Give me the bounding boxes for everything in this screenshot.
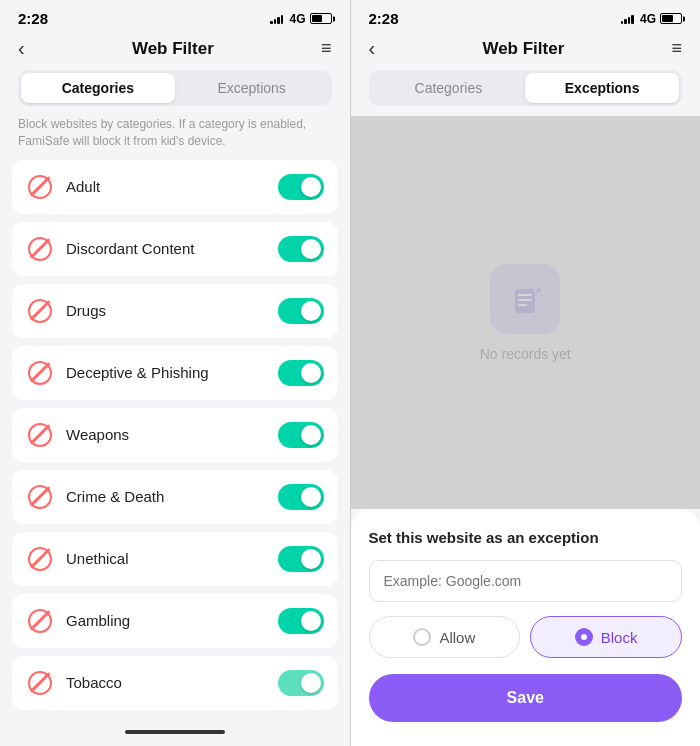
right-back-button[interactable]: ‹ [369,37,376,60]
home-indicator [0,724,350,746]
signal-icon [270,14,283,24]
left-menu-button[interactable]: ≡ [321,38,332,59]
category-label-tobacco: Tobacco [66,674,278,691]
battery-icon [310,13,332,24]
no-icon [26,545,54,573]
list-item[interactable]: Crime & Death [12,470,338,524]
allow-option[interactable]: Allow [369,616,521,658]
allow-label: Allow [439,629,475,646]
list-item[interactable]: Unethical [12,532,338,586]
list-item[interactable]: Adult [12,160,338,214]
grey-overlay [351,116,701,509]
no-icon [26,421,54,449]
no-icon [26,297,54,325]
list-item[interactable]: Weapons [12,408,338,462]
no-icon [26,173,54,201]
right-app-header: ‹ Web Filter ≡ [351,31,701,70]
left-phone-panel: 2:28 4G ‹ Web Filter ≡ Categories Except… [0,0,350,746]
right-menu-button[interactable]: ≡ [671,38,682,59]
list-item[interactable]: Tobacco [12,656,338,710]
right-signal-icon [621,14,634,24]
category-label-crime-death: Crime & Death [66,488,278,505]
toggle-crime-death[interactable] [278,484,324,510]
right-battery-icon [660,13,682,24]
category-label-unethical: Unethical [66,550,278,567]
right-status-icons: 4G [621,12,682,26]
bottom-sheet: Set this website as an exception Allow B… [351,509,701,746]
category-label-drugs: Drugs [66,302,278,319]
allow-radio-circle [413,628,431,646]
no-icon [26,483,54,511]
no-icon [26,359,54,387]
right-status-bar: 2:28 4G [351,0,701,31]
left-back-button[interactable]: ‹ [18,37,25,60]
right-network-label: 4G [640,12,656,26]
no-icon [26,607,54,635]
url-input[interactable] [369,560,683,602]
save-button[interactable]: Save [369,674,683,722]
list-item[interactable]: Drugs [12,284,338,338]
tab-categories[interactable]: Categories [21,73,175,103]
toggle-deceptive[interactable] [278,360,324,386]
right-tab-categories[interactable]: Categories [372,73,526,103]
toggle-gambling[interactable] [278,608,324,634]
bottom-sheet-title: Set this website as an exception [369,529,683,546]
left-status-bar: 2:28 4G [0,0,350,31]
radio-group: Allow Block [369,616,683,658]
list-item[interactable]: Deceptive & Phishing [12,346,338,400]
right-page-title: Web Filter [482,39,564,59]
list-item[interactable]: Discordant Content [12,222,338,276]
content-overlay: ↗ No records yet [351,116,701,509]
category-label-weapons: Weapons [66,426,278,443]
toggle-drugs[interactable] [278,298,324,324]
toggle-tobacco[interactable] [278,670,324,696]
right-status-time: 2:28 [369,10,399,27]
block-radio-circle [575,628,593,646]
category-label-adult: Adult [66,178,278,195]
toggle-unethical[interactable] [278,546,324,572]
left-tab-bar: Categories Exceptions [18,70,332,106]
right-tab-bar: Categories Exceptions [369,70,683,106]
category-label-deceptive: Deceptive & Phishing [66,364,278,381]
right-phone-panel: 2:28 4G ‹ Web Filter ≡ Categories Except… [351,0,701,746]
left-status-time: 2:28 [18,10,48,27]
categories-description: Block websites by categories. If a categ… [0,116,350,160]
left-page-title: Web Filter [132,39,214,59]
block-option[interactable]: Block [530,616,682,658]
category-label-gambling: Gambling [66,612,278,629]
left-app-header: ‹ Web Filter ≡ [0,31,350,70]
network-label: 4G [289,12,305,26]
toggle-adult[interactable] [278,174,324,200]
no-icon [26,669,54,697]
right-tab-exceptions[interactable]: Exceptions [525,73,679,103]
left-status-icons: 4G [270,12,331,26]
categories-list: Adult Discordant Content Drugs Deceptive… [0,160,350,724]
toggle-weapons[interactable] [278,422,324,448]
tab-exceptions[interactable]: Exceptions [175,73,329,103]
toggle-discordant[interactable] [278,236,324,262]
category-label-discordant: Discordant Content [66,240,278,257]
list-item[interactable]: Gambling [12,594,338,648]
block-label: Block [601,629,638,646]
no-icon [26,235,54,263]
